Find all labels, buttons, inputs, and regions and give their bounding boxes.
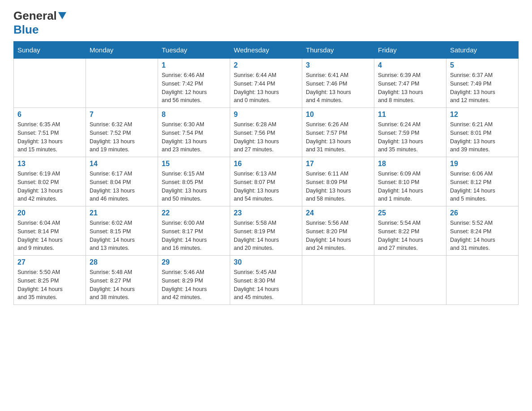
- day-number: 26: [450, 209, 515, 217]
- header-saturday: Saturday: [446, 42, 519, 59]
- calendar-day-13: 13Sunrise: 6:19 AM Sunset: 8:02 PM Dayli…: [14, 157, 86, 206]
- calendar-day-9: 9Sunrise: 6:28 AM Sunset: 7:56 PM Daylig…: [230, 108, 302, 157]
- calendar-day-24: 24Sunrise: 5:56 AM Sunset: 8:20 PM Dayli…: [302, 206, 374, 256]
- calendar-day-18: 18Sunrise: 6:09 AM Sunset: 8:10 PM Dayli…: [374, 157, 446, 206]
- day-number: 24: [306, 209, 370, 217]
- calendar-day-11: 11Sunrise: 6:24 AM Sunset: 7:59 PM Dayli…: [374, 108, 446, 157]
- day-number: 8: [162, 111, 226, 119]
- day-number: 30: [234, 258, 298, 266]
- calendar-day-16: 16Sunrise: 6:13 AM Sunset: 8:07 PM Dayli…: [230, 157, 302, 206]
- day-info: Sunrise: 5:45 AM Sunset: 8:30 PM Dayligh…: [234, 268, 298, 302]
- header-sunday: Sunday: [14, 42, 86, 59]
- day-number: 4: [378, 61, 442, 69]
- day-info: Sunrise: 6:09 AM Sunset: 8:10 PM Dayligh…: [378, 170, 442, 203]
- day-info: Sunrise: 6:13 AM Sunset: 8:07 PM Dayligh…: [234, 170, 298, 203]
- day-info: Sunrise: 5:54 AM Sunset: 8:22 PM Dayligh…: [378, 219, 442, 253]
- calendar-empty-cell: [446, 256, 519, 305]
- logo-blue-text: Blue: [13, 23, 39, 37]
- calendar-empty-cell: [14, 59, 86, 108]
- calendar-day-3: 3Sunrise: 6:41 AM Sunset: 7:46 PM Daylig…: [302, 59, 374, 108]
- calendar-week-row: 27Sunrise: 5:50 AM Sunset: 8:25 PM Dayli…: [14, 256, 519, 305]
- day-info: Sunrise: 5:56 AM Sunset: 8:20 PM Dayligh…: [306, 219, 370, 253]
- page-header: General Blue: [13, 9, 519, 37]
- day-number: 20: [17, 209, 82, 217]
- logo-general-text: General: [13, 9, 57, 23]
- day-number: 23: [234, 209, 298, 217]
- day-number: 19: [450, 160, 515, 168]
- calendar-day-1: 1Sunrise: 6:46 AM Sunset: 7:42 PM Daylig…: [158, 59, 230, 108]
- day-number: 2: [234, 61, 298, 69]
- calendar-table: SundayMondayTuesdayWednesdayThursdayFrid…: [13, 41, 519, 305]
- calendar-day-28: 28Sunrise: 5:48 AM Sunset: 8:27 PM Dayli…: [86, 256, 158, 305]
- day-number: 10: [306, 111, 370, 119]
- header-friday: Friday: [374, 42, 446, 59]
- day-info: Sunrise: 6:32 AM Sunset: 7:52 PM Dayligh…: [90, 120, 154, 154]
- day-number: 14: [90, 160, 154, 168]
- calendar-day-8: 8Sunrise: 6:30 AM Sunset: 7:54 PM Daylig…: [158, 108, 230, 157]
- day-number: 12: [450, 111, 515, 119]
- day-info: Sunrise: 6:04 AM Sunset: 8:14 PM Dayligh…: [17, 219, 82, 253]
- day-info: Sunrise: 5:46 AM Sunset: 8:29 PM Dayligh…: [162, 268, 226, 302]
- day-info: Sunrise: 6:41 AM Sunset: 7:46 PM Dayligh…: [306, 71, 370, 105]
- day-info: Sunrise: 5:50 AM Sunset: 8:25 PM Dayligh…: [17, 268, 82, 302]
- day-number: 29: [162, 258, 226, 266]
- day-number: 9: [234, 111, 298, 119]
- day-number: 17: [306, 160, 370, 168]
- logo-arrow-icon: [58, 12, 66, 22]
- day-number: 3: [306, 61, 370, 69]
- day-info: Sunrise: 5:48 AM Sunset: 8:27 PM Dayligh…: [90, 268, 154, 302]
- day-info: Sunrise: 6:44 AM Sunset: 7:44 PM Dayligh…: [234, 71, 298, 105]
- calendar-day-17: 17Sunrise: 6:11 AM Sunset: 8:09 PM Dayli…: [302, 157, 374, 206]
- day-info: Sunrise: 6:06 AM Sunset: 8:12 PM Dayligh…: [450, 170, 515, 203]
- calendar-day-6: 6Sunrise: 6:35 AM Sunset: 7:51 PM Daylig…: [14, 108, 86, 157]
- day-info: Sunrise: 6:28 AM Sunset: 7:56 PM Dayligh…: [234, 120, 298, 154]
- day-info: Sunrise: 6:02 AM Sunset: 8:15 PM Dayligh…: [90, 219, 154, 253]
- calendar-day-2: 2Sunrise: 6:44 AM Sunset: 7:44 PM Daylig…: [230, 59, 302, 108]
- calendar-day-10: 10Sunrise: 6:26 AM Sunset: 7:57 PM Dayli…: [302, 108, 374, 157]
- day-info: Sunrise: 6:39 AM Sunset: 7:47 PM Dayligh…: [378, 71, 442, 105]
- day-info: Sunrise: 6:26 AM Sunset: 7:57 PM Dayligh…: [306, 120, 370, 154]
- day-info: Sunrise: 6:17 AM Sunset: 8:04 PM Dayligh…: [90, 170, 154, 203]
- calendar-day-30: 30Sunrise: 5:45 AM Sunset: 8:30 PM Dayli…: [230, 256, 302, 305]
- calendar-empty-cell: [86, 59, 158, 108]
- calendar-day-4: 4Sunrise: 6:39 AM Sunset: 7:47 PM Daylig…: [374, 59, 446, 108]
- day-number: 13: [17, 160, 82, 168]
- calendar-day-5: 5Sunrise: 6:37 AM Sunset: 7:49 PM Daylig…: [446, 59, 519, 108]
- day-info: Sunrise: 6:21 AM Sunset: 8:01 PM Dayligh…: [450, 120, 515, 154]
- day-info: Sunrise: 5:52 AM Sunset: 8:24 PM Dayligh…: [450, 219, 515, 253]
- calendar-day-29: 29Sunrise: 5:46 AM Sunset: 8:29 PM Dayli…: [158, 256, 230, 305]
- day-info: Sunrise: 6:19 AM Sunset: 8:02 PM Dayligh…: [17, 170, 82, 203]
- day-info: Sunrise: 6:30 AM Sunset: 7:54 PM Dayligh…: [162, 120, 226, 154]
- day-number: 6: [17, 111, 82, 119]
- calendar-week-row: 13Sunrise: 6:19 AM Sunset: 8:02 PM Dayli…: [14, 157, 519, 206]
- day-info: Sunrise: 5:58 AM Sunset: 8:19 PM Dayligh…: [234, 219, 298, 253]
- header-monday: Monday: [86, 42, 158, 59]
- calendar-day-21: 21Sunrise: 6:02 AM Sunset: 8:15 PM Dayli…: [86, 206, 158, 256]
- header-wednesday: Wednesday: [230, 42, 302, 59]
- calendar-day-26: 26Sunrise: 5:52 AM Sunset: 8:24 PM Dayli…: [446, 206, 519, 256]
- day-number: 18: [378, 160, 442, 168]
- day-info: Sunrise: 6:37 AM Sunset: 7:49 PM Dayligh…: [450, 71, 515, 105]
- day-info: Sunrise: 6:24 AM Sunset: 7:59 PM Dayligh…: [378, 120, 442, 154]
- day-number: 7: [90, 111, 154, 119]
- day-number: 28: [90, 258, 154, 266]
- calendar-day-20: 20Sunrise: 6:04 AM Sunset: 8:14 PM Dayli…: [14, 206, 86, 256]
- calendar-day-19: 19Sunrise: 6:06 AM Sunset: 8:12 PM Dayli…: [446, 157, 519, 206]
- calendar-day-15: 15Sunrise: 6:15 AM Sunset: 8:05 PM Dayli…: [158, 157, 230, 206]
- header-thursday: Thursday: [302, 42, 374, 59]
- day-info: Sunrise: 6:00 AM Sunset: 8:17 PM Dayligh…: [162, 219, 226, 253]
- calendar-week-row: 20Sunrise: 6:04 AM Sunset: 8:14 PM Dayli…: [14, 206, 519, 256]
- calendar-day-7: 7Sunrise: 6:32 AM Sunset: 7:52 PM Daylig…: [86, 108, 158, 157]
- calendar-empty-cell: [302, 256, 374, 305]
- day-number: 5: [450, 61, 515, 69]
- day-number: 11: [378, 111, 442, 119]
- calendar-week-row: 6Sunrise: 6:35 AM Sunset: 7:51 PM Daylig…: [14, 108, 519, 157]
- day-number: 21: [90, 209, 154, 217]
- calendar-day-14: 14Sunrise: 6:17 AM Sunset: 8:04 PM Dayli…: [86, 157, 158, 206]
- calendar-day-12: 12Sunrise: 6:21 AM Sunset: 8:01 PM Dayli…: [446, 108, 519, 157]
- day-info: Sunrise: 6:11 AM Sunset: 8:09 PM Dayligh…: [306, 170, 370, 203]
- day-number: 27: [17, 258, 82, 266]
- calendar-day-22: 22Sunrise: 6:00 AM Sunset: 8:17 PM Dayli…: [158, 206, 230, 256]
- header-tuesday: Tuesday: [158, 42, 230, 59]
- day-info: Sunrise: 6:35 AM Sunset: 7:51 PM Dayligh…: [17, 120, 82, 154]
